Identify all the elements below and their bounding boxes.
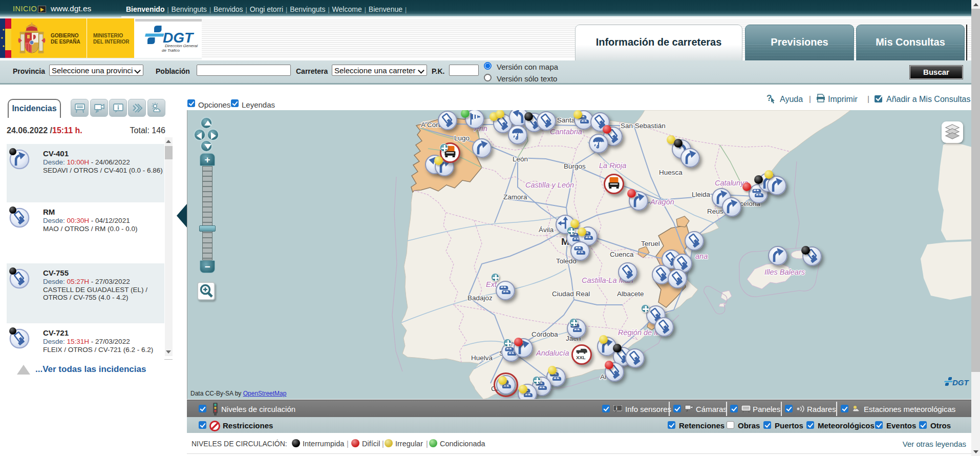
svg-text:Andalucía: Andalucía	[536, 349, 569, 357]
svg-text:i: i	[616, 406, 617, 411]
svg-text:Albacete: Albacete	[617, 290, 644, 298]
svg-text:?: ?	[766, 93, 772, 103]
svg-text:Cuenca: Cuenca	[610, 251, 634, 258]
svg-text:Ciudad Real: Ciudad Real	[552, 290, 590, 298]
svg-text:Ávila: Ávila	[539, 226, 554, 234]
svg-text:Lleida: Lleida	[692, 191, 711, 198]
svg-text:Dirección General: Dirección General	[165, 44, 198, 48]
svg-text:DGT: DGT	[952, 378, 970, 387]
svg-text:de Tráfico: de Tráfico	[162, 48, 180, 53]
svg-text:Lugo: Lugo	[454, 134, 470, 142]
svg-text:La Rioja: La Rioja	[599, 161, 626, 170]
svg-text:Illes Balears: Illes Balears	[764, 268, 805, 276]
svg-text:Ext: Ext	[486, 280, 497, 288]
svg-text:León: León	[513, 155, 528, 163]
svg-text:Castilla y León: Castilla y León	[525, 181, 574, 189]
svg-text:Huesca: Huesca	[659, 169, 683, 176]
svg-text:Burgos: Burgos	[564, 162, 586, 170]
svg-text:ana: ana	[695, 252, 708, 260]
svg-text:Badajoz: Badajoz	[467, 294, 493, 302]
svg-text:Teruel: Teruel	[641, 240, 660, 247]
svg-text:Reus: Reus	[707, 208, 723, 215]
svg-text:San Sebastián: San Sebastián	[621, 122, 666, 130]
svg-text:XXL: XXL	[576, 355, 586, 360]
svg-text:Aragón: Aragón	[650, 198, 674, 206]
svg-text:Córdoba: Córdoba	[531, 330, 558, 338]
svg-text:Zamora: Zamora	[503, 193, 527, 201]
svg-text:Huelva: Huelva	[471, 354, 493, 362]
